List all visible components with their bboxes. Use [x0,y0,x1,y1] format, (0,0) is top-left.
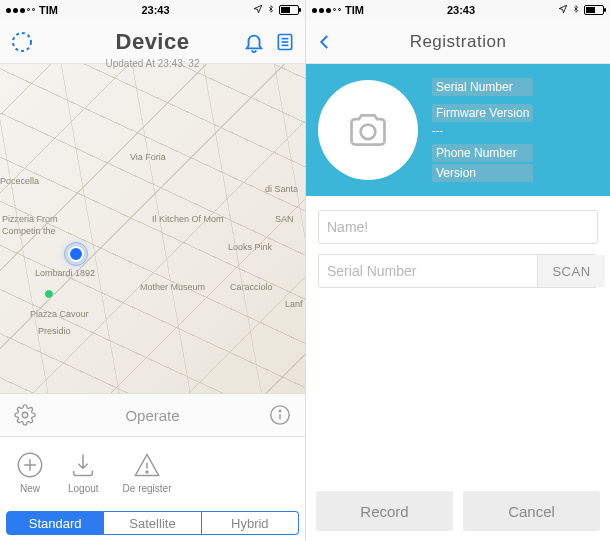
map-label: Competin the [2,226,56,236]
version-label: Version [432,164,533,182]
current-location-dot-icon [68,246,84,262]
logout-label: Logout [68,483,99,494]
registration-form: SCAN [306,196,610,302]
map-label: Pizzeria From [2,214,58,224]
page-title: Registration [306,32,610,52]
map-label: Lanf [285,299,303,309]
map-label: Caracciolo [230,282,273,292]
cancel-button[interactable]: Cancel [463,491,600,531]
device-photo-button[interactable] [318,80,418,180]
bell-icon[interactable] [243,31,265,53]
serial-number-label: Serial Number [432,78,533,96]
signal-dots-icon [6,8,35,13]
map-label: Looks Pink [228,242,272,252]
camera-icon [346,108,390,152]
footer-buttons: Record Cancel [306,481,610,541]
firmware-version-value: --- [432,124,533,136]
scan-button[interactable]: SCAN [537,255,605,287]
name-input[interactable] [327,219,589,235]
svg-point-8 [279,410,280,411]
record-button[interactable]: Record [316,491,453,531]
poi-dot-icon [44,289,54,299]
registration-header: Serial Number Firmware Version --- Phone… [306,64,610,196]
map-label: Presidio [38,326,71,336]
svg-point-5 [22,412,28,418]
list-icon[interactable] [275,31,295,53]
nav-bar: Device Updated At 23:43: 32 [0,20,305,64]
device-screen: TIM 23:43 Device Updated At 23:43: 32 [0,0,305,541]
status-bar: TIM 23:43 [306,0,610,20]
new-label: New [20,483,40,494]
deregister-button[interactable]: De register [123,451,172,494]
gear-icon[interactable] [14,404,36,426]
map-label: Mother Museum [140,282,205,292]
segment-satellite[interactable]: Satellite [104,511,201,535]
segment-standard[interactable]: Standard [6,511,104,535]
map-label: Lombardi 1892 [35,268,95,278]
status-time: 23:43 [141,4,169,16]
map-label: SAN [275,214,294,224]
plus-circle-icon [16,451,44,479]
map-label: di Santa [265,184,298,194]
logout-button[interactable]: Logout [68,451,99,494]
operate-bar: Operate [0,393,305,437]
device-info: Serial Number Firmware Version --- Phone… [432,78,533,182]
serial-field[interactable]: SCAN [318,254,598,288]
location-arrow-icon [558,4,568,16]
bluetooth-icon [572,3,580,17]
svg-point-13 [146,471,148,473]
svg-point-0 [13,33,31,51]
svg-point-14 [361,125,376,140]
map-view[interactable]: Via Foria Il Kitchen Of Mom Looks Pink L… [0,64,305,393]
map-label: Piazza Cavour [30,309,89,319]
phone-number-label: Phone Number [432,144,533,162]
battery-icon [279,5,299,15]
back-icon[interactable] [316,30,334,54]
nav-bar: Registration [306,20,610,64]
warning-triangle-icon [133,451,161,479]
status-bar: TIM 23:43 [0,0,305,20]
bluetooth-icon [267,3,275,17]
bottom-actions: New Logout De register [0,437,305,507]
download-icon [69,451,97,479]
segment-hybrid[interactable]: Hybrid [202,511,299,535]
refresh-icon[interactable] [10,30,34,54]
map-label: Il Kitchen Of Mom [152,214,224,224]
map-type-segmented: Standard Satellite Hybrid [0,507,305,541]
status-time: 23:43 [447,4,475,16]
registration-screen: TIM 23:43 Registration Seria [305,0,610,541]
battery-icon [584,5,604,15]
location-arrow-icon [253,4,263,16]
carrier-label: TIM [39,4,58,16]
map-label: Pocecella [0,176,39,186]
name-field[interactable] [318,210,598,244]
info-icon[interactable] [269,404,291,426]
operate-label[interactable]: Operate [36,407,269,424]
signal-dots-icon [312,8,341,13]
deregister-label: De register [123,483,172,494]
new-button[interactable]: New [16,451,44,494]
carrier-label: TIM [345,4,364,16]
serial-input[interactable] [327,263,537,279]
map-label: Via Foria [130,152,166,162]
firmware-version-label: Firmware Version [432,104,533,122]
